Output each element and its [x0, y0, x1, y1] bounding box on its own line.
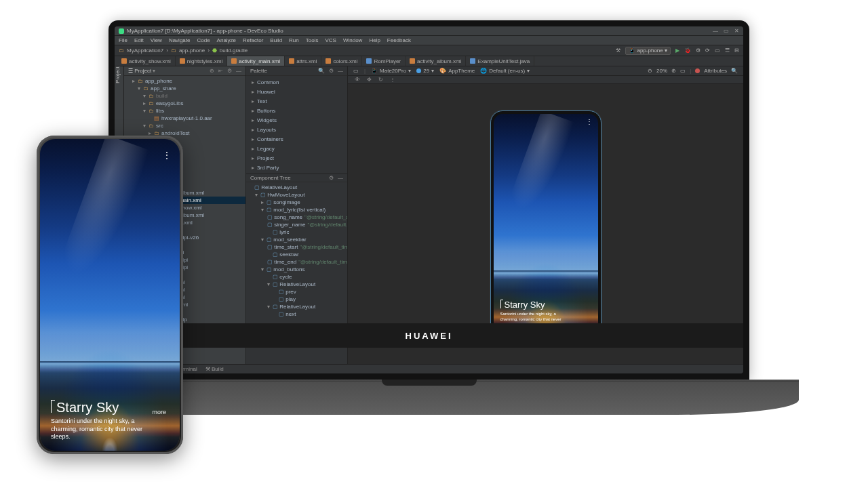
component-tree-row[interactable]: ▢ play	[246, 296, 347, 303]
menu-feedback[interactable]: Feedback	[387, 37, 411, 43]
structure-icon[interactable]: ⊟	[734, 47, 739, 54]
palette-category[interactable]: ▸Project	[246, 153, 347, 163]
editor-tab[interactable]: ExampleUnitTest.java	[466, 56, 534, 66]
palette-category[interactable]: ▸Legacy	[246, 144, 347, 153]
tree-row[interactable]: ▾🗀app_share	[124, 85, 245, 92]
component-tree-row[interactable]: ▾▢ mod_lyric(list vertical)	[246, 206, 347, 214]
more-icon[interactable]: ⋮	[390, 77, 395, 83]
palette-category[interactable]: ▸Layouts	[246, 125, 347, 134]
palette-category[interactable]: ▸Text	[246, 96, 347, 106]
zoom-fit-icon[interactable]: ▭	[680, 68, 686, 74]
component-tree-row[interactable]: ▾▢ HwMoveLayout	[246, 191, 347, 199]
build-hammer-icon[interactable]: ⚒	[616, 47, 620, 54]
component-tree-row[interactable]: ▢ prev	[246, 288, 347, 296]
rotate-icon[interactable]: ↻	[378, 77, 383, 83]
minimize-icon[interactable]: —	[713, 28, 718, 34]
menu-view[interactable]: View	[151, 37, 162, 43]
target-icon[interactable]: ⊕	[210, 68, 214, 74]
device-selector[interactable]: 📱 Mate20Pro ▾	[371, 68, 411, 74]
editor-tab[interactable]: RomPlayer	[362, 56, 406, 66]
menu-window[interactable]: Window	[343, 37, 362, 43]
palette-category[interactable]: ▸Containers	[246, 134, 347, 144]
issues-icon[interactable]	[695, 68, 700, 73]
tree-row[interactable]: ▸🗀app_phone	[124, 77, 245, 85]
hide-icon[interactable]: —	[338, 68, 343, 74]
menu-tools[interactable]: Tools	[306, 37, 319, 43]
api-selector[interactable]: 29 ▾	[416, 68, 434, 74]
menu-navigate[interactable]: Navigate	[169, 37, 191, 43]
zoom-in-icon[interactable]: ⊕	[671, 68, 676, 74]
breadcrumb-module[interactable]: app-phone	[179, 47, 205, 54]
pan-icon[interactable]: ✥	[367, 77, 372, 83]
component-tree-row[interactable]: ▢ song_name"@string/default_s…	[246, 214, 347, 221]
select-icon[interactable]: 👁	[355, 77, 360, 83]
menu-help[interactable]: Help	[369, 37, 380, 43]
component-tree-row[interactable]: ▢ next	[246, 310, 347, 318]
tree-row[interactable]: ▸🗀easygoLibs	[124, 100, 245, 107]
maximize-icon[interactable]: ▭	[724, 28, 729, 34]
component-tree-row[interactable]: ▸▢ songImage	[246, 199, 347, 206]
editor-tab[interactable]: activity_main.xml	[227, 56, 285, 66]
editor-tab[interactable]: activity_album.xml	[406, 56, 466, 66]
palette-category[interactable]: ▸Widgets	[246, 115, 347, 125]
debug-icon[interactable]: 🐞	[684, 47, 691, 54]
component-tree-row[interactable]: ▢ seekbar	[246, 251, 347, 258]
palette-list[interactable]: ▸Common▸Huawei▸Text▸Buttons▸Widgets▸Layo…	[246, 76, 347, 174]
menu-analyze[interactable]: Analyze	[217, 37, 236, 43]
tree-row[interactable]: ▾🗀src	[124, 122, 245, 129]
hide-icon[interactable]: —	[236, 68, 241, 74]
component-tree-row[interactable]: ▾▢ mod_buttons	[246, 266, 347, 273]
menu-edit[interactable]: Edit	[134, 37, 144, 43]
component-tree-row[interactable]: ▾▢ mod_seekbar	[246, 236, 347, 243]
tree-row[interactable]: ▾🗀libs	[124, 107, 245, 115]
search-icon[interactable]: 🔍	[731, 68, 738, 74]
locale-selector[interactable]: 🌐 Default (en-us) ▾	[480, 68, 530, 74]
zoom-out-icon[interactable]: ⊖	[648, 68, 652, 74]
component-tree-row[interactable]: ▢ singer_name"@string/default…	[246, 221, 347, 228]
component-tree-row[interactable]: ▢ lyric	[246, 228, 347, 236]
menu-build[interactable]: Build	[270, 37, 282, 43]
menu-file[interactable]: File	[119, 37, 127, 43]
hide-icon[interactable]: —	[338, 175, 343, 181]
component-tree-row[interactable]: ▾▢ RelativeLayout	[246, 303, 347, 310]
editor-tab[interactable]: attrs.xml	[285, 56, 321, 66]
editor-tab[interactable]: activity_show.xml	[117, 56, 176, 66]
menu-refactor[interactable]: Refactor	[243, 37, 263, 43]
tree-row[interactable]: ▾🗀build	[124, 92, 245, 100]
tree-row[interactable]: ▤hwxraplayout-1.0.aar	[124, 115, 245, 122]
view-mode-icon[interactable]: ▭	[353, 68, 359, 74]
breadcrumb-file[interactable]: build.gradle	[220, 47, 248, 54]
component-tree-row[interactable]: ▢ cycle	[246, 273, 347, 281]
component-tree-row[interactable]: ▢ RelativeLayout	[246, 184, 347, 191]
palette-category[interactable]: ▸3rd Party	[246, 163, 347, 172]
project-mode-label[interactable]: Project	[134, 68, 151, 74]
gear-icon[interactable]: ⚙	[329, 175, 334, 181]
collapse-icon[interactable]: ⇤	[218, 68, 223, 74]
overflow-menu-icon[interactable]: ⋮	[586, 118, 593, 125]
run-icon[interactable]: ▶	[675, 47, 679, 54]
component-tree-row[interactable]: ▢ time_end"@string/default_time"	[246, 258, 347, 266]
sync-icon[interactable]: ⟳	[705, 47, 710, 54]
component-tree-row[interactable]: ▾▢ RelativeLayout	[246, 281, 347, 288]
palette-category[interactable]: ▸Huawei	[246, 87, 347, 96]
editor-tab[interactable]: colors.xml	[321, 56, 362, 66]
menu-run[interactable]: Run	[289, 37, 299, 43]
editor-tab[interactable]: nightstyles.xml	[176, 56, 227, 66]
overflow-menu-icon[interactable]: ⋮	[162, 150, 172, 161]
settings-icon[interactable]: ⚙	[227, 68, 232, 74]
sdk-icon[interactable]: ☰	[725, 47, 730, 54]
run-config-selector[interactable]: 📱 app-phone ▾	[625, 47, 671, 55]
palette-category[interactable]: ▸Buttons	[246, 106, 347, 115]
theme-selector[interactable]: 🎨 AppTheme	[439, 68, 475, 74]
attributes-label[interactable]: Attributes	[704, 68, 727, 74]
breadcrumb-root[interactable]: MyApplication7	[127, 47, 163, 54]
search-icon[interactable]: 🔍	[318, 68, 325, 74]
close-icon[interactable]: ✕	[734, 28, 739, 34]
menu-vcs[interactable]: VCS	[325, 37, 336, 43]
palette-category[interactable]: ▸Common	[246, 77, 347, 87]
component-tree-row[interactable]: ▢ time_start"@string/default_time"	[246, 243, 347, 251]
build-tab[interactable]: ⚒ Build	[205, 366, 224, 372]
gear-icon[interactable]: ⚙	[329, 68, 334, 74]
menu-code[interactable]: Code	[197, 37, 210, 43]
apply-icon[interactable]: ⚙	[696, 47, 701, 54]
